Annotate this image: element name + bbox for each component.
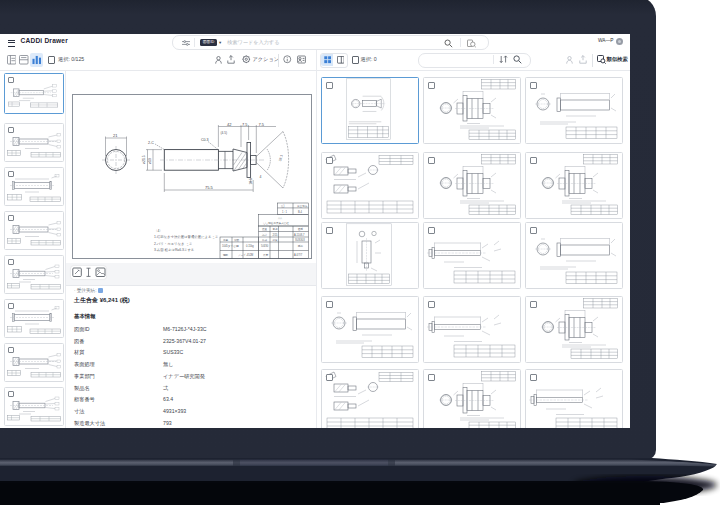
svg-text:7.5: 7.5 <box>259 122 265 127</box>
svg-text:尺度: 尺度 <box>263 253 269 257</box>
svg-text:4: 4 <box>260 175 262 179</box>
svg-text:承認: 承認 <box>273 227 279 231</box>
svg-text:A-1108-7: A-1108-7 <box>294 233 305 237</box>
svg-text:5/4/30: 5/4/30 <box>261 244 269 248</box>
svg-text:7.5: 7.5 <box>242 122 248 127</box>
svg-text:1 : 1: 1 : 1 <box>282 210 288 214</box>
svg-text:0.15kg: 0.15kg <box>246 244 254 248</box>
svg-text:鋼: 鋼 <box>236 244 239 248</box>
svg-text:工事: 工事 <box>223 238 229 242</box>
svg-text:42: 42 <box>227 122 232 127</box>
svg-text:2.バリ・カエリなき こと: 2.バリ・カエリなき こと <box>154 242 192 246</box>
svg-text:10.5: 10.5 <box>249 178 253 184</box>
svg-text:ø21.5: ø21.5 <box>142 155 146 164</box>
svg-text:網眼: 網眼 <box>222 253 229 257</box>
svg-text:2-C: 2-C <box>148 141 154 145</box>
svg-text:△△: △△ <box>278 217 282 220</box>
svg-text:1.指定なき寸法公差は普通公差によること: 1.指定なき寸法公差は普通公差によること <box>154 234 219 239</box>
svg-text:SUS303: SUS303 <box>295 238 305 242</box>
svg-text:図番: 図番 <box>298 227 304 231</box>
svg-text:注): 注) <box>281 204 285 208</box>
svg-text:照査: 照査 <box>262 227 268 231</box>
svg-text:(4.5): (4.5) <box>221 131 228 135</box>
svg-text:〈4〉: 〈4〉 <box>154 229 163 233</box>
svg-text:呼称: 呼称 <box>298 244 304 248</box>
svg-text:B-4: B-4 <box>298 210 303 214</box>
svg-text:3.表面 粗さはRa6.3とする: 3.表面 粗さはRa6.3とする <box>154 248 194 252</box>
svg-text:2/15: 2/15 <box>273 233 279 237</box>
svg-text:〇〇精密工業株式会社: 〇〇精密工業株式会社 <box>263 221 289 225</box>
svg-text:21: 21 <box>113 133 118 138</box>
svg-text:A 4/7/7: A 4/7/7 <box>294 253 303 257</box>
svg-text:設計: 設計 <box>262 233 268 237</box>
svg-text:作成: 作成 <box>262 238 268 242</box>
svg-text:ø19: ø19 <box>148 158 152 164</box>
svg-text:ノーイ-452M: ノーイ-452M <box>238 253 253 257</box>
svg-text:製図: 製図 <box>234 238 240 242</box>
svg-text:C0.3: C0.3 <box>201 138 209 142</box>
svg-text:75.5: 75.5 <box>205 185 214 190</box>
svg-text:材質: 材質 <box>272 238 279 242</box>
svg-text:第三角法: 第三角法 <box>297 204 308 208</box>
